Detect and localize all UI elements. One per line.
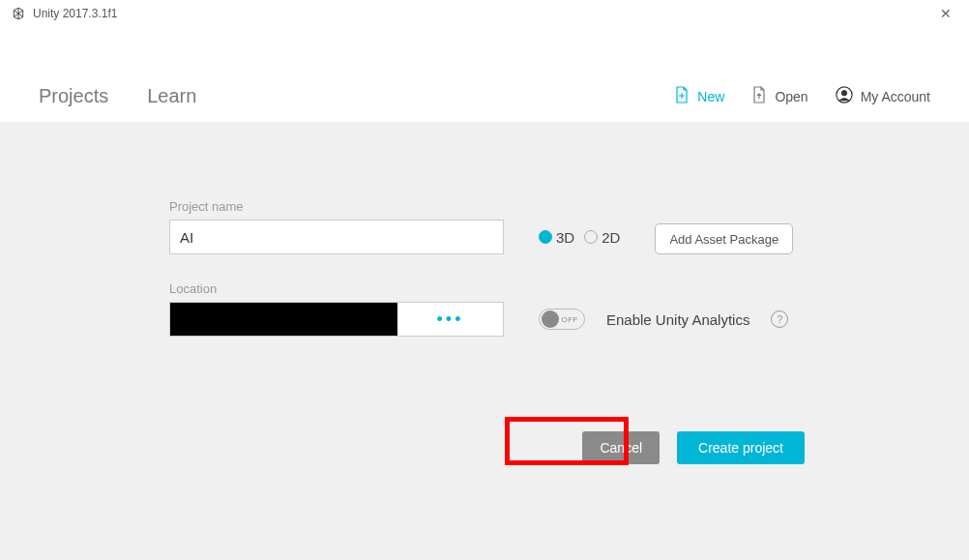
new-button[interactable]: New (674, 86, 724, 106)
account-icon (836, 86, 853, 106)
cancel-button[interactable]: Cancel (582, 431, 660, 464)
location-label: Location (169, 281, 504, 296)
location-group: Location ••• (169, 281, 504, 337)
header-actions: New Open My Account (674, 43, 930, 106)
row-project-name: Project name 3D 2D Add Asset Package (169, 199, 800, 254)
toggle-text: OFF (562, 315, 579, 324)
project-name-group: Project name (169, 199, 504, 254)
project-name-input[interactable] (169, 220, 504, 254)
radio-3d[interactable]: 3D (539, 229, 574, 246)
create-project-button[interactable]: Create project (677, 431, 805, 464)
tab-projects[interactable]: Projects (39, 85, 108, 107)
open-button[interactable]: Open (751, 86, 808, 106)
header: Projects Learn New Open My Account (0, 27, 969, 122)
new-label: New (697, 89, 724, 104)
dimension-options: 3D 2D (539, 220, 620, 254)
add-asset-package-button[interactable]: Add Asset Package (655, 223, 793, 254)
radio-2d[interactable]: 2D (584, 229, 620, 246)
toggle-knob (542, 310, 559, 328)
tabs: Projects Learn (39, 42, 196, 107)
radio-2d-label: 2D (602, 229, 620, 246)
project-name-label: Project name (169, 199, 504, 214)
close-icon[interactable]: ✕ (934, 4, 957, 23)
title-left: Unity 2017.3.1f1 (12, 7, 117, 20)
unity-logo-icon (12, 7, 25, 20)
title-bar: Unity 2017.3.1f1 ✕ (0, 0, 969, 27)
tab-learn[interactable]: Learn (147, 85, 196, 107)
svg-point-1 (841, 91, 846, 96)
analytics-row: OFF Enable Unity Analytics ? (539, 302, 788, 337)
help-icon[interactable]: ? (771, 310, 788, 328)
open-label: Open (775, 89, 808, 104)
row-location: Location ••• OFF Enable Unity Analytics … (169, 281, 800, 337)
radio-3d-circle (539, 230, 552, 244)
location-browse-icon[interactable]: ••• (397, 309, 503, 330)
main-panel: Project name 3D 2D Add Asset Package Loc… (0, 122, 969, 560)
location-input[interactable]: ••• (169, 302, 504, 337)
new-file-icon (674, 86, 690, 106)
footer-buttons: Cancel Create project (582, 431, 805, 464)
open-file-icon (751, 86, 767, 106)
window-title: Unity 2017.3.1f1 (33, 7, 117, 20)
radio-2d-circle (584, 230, 598, 244)
location-redacted (170, 303, 397, 336)
analytics-toggle[interactable]: OFF (539, 309, 585, 330)
analytics-label: Enable Unity Analytics (606, 311, 749, 328)
account-label: My Account (861, 89, 930, 104)
radio-3d-label: 3D (556, 229, 574, 246)
my-account-button[interactable]: My Account (836, 86, 930, 106)
